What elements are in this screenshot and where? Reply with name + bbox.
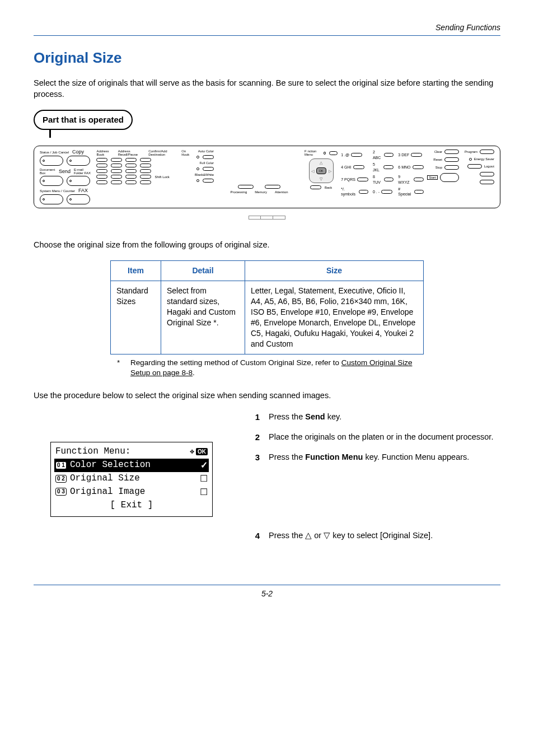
autocolor-button[interactable]: [203, 155, 214, 159]
onetouch-button[interactable]: [111, 169, 122, 173]
onetouch-button[interactable]: [140, 180, 151, 184]
onetouch-button[interactable]: [111, 180, 122, 184]
key-4: 4 GHI: [341, 165, 351, 170]
label-send: Send: [59, 169, 71, 174]
step-text: Press the: [269, 452, 305, 461]
onetouch-button[interactable]: [96, 158, 107, 162]
numkey-hash[interactable]: [414, 190, 424, 194]
label-stop: Stop: [435, 166, 442, 169]
step-num: 4: [252, 530, 260, 542]
key-6: 6 MNO: [398, 165, 410, 170]
led-fullcolor: [196, 167, 199, 170]
step-bold: Send: [305, 412, 325, 421]
right-select-button[interactable]: [265, 185, 280, 189]
onetouch-button[interactable]: [125, 180, 137, 184]
send-button[interactable]: [67, 176, 90, 186]
footnote: * Regarding the setting method of Custom…: [110, 358, 424, 378]
onetouch-button[interactable]: [140, 164, 151, 167]
led-autocolor: [196, 156, 199, 158]
copy-button[interactable]: [67, 156, 90, 166]
numkey-0[interactable]: [381, 190, 392, 194]
step-num: 1: [252, 412, 260, 423]
fullcolor-button[interactable]: [203, 167, 214, 171]
onetouch-button[interactable]: [125, 169, 137, 173]
numkey-star[interactable]: [359, 190, 368, 194]
check-icon: ✓: [200, 459, 208, 472]
lcd-label-2: Original Size: [70, 473, 196, 485]
status-button[interactable]: [40, 156, 63, 166]
program-button[interactable]: [480, 150, 494, 154]
start-button[interactable]: [440, 173, 459, 182]
square-icon: ☐: [200, 486, 208, 498]
left-select-button[interactable]: [238, 185, 254, 189]
sysmenu-button[interactable]: [40, 194, 63, 204]
td-size: Letter, Legal, Statement, Executive, Ofi…: [245, 281, 424, 354]
back-button[interactable]: [310, 185, 321, 189]
label-status: Status / Job Cancel: [40, 151, 69, 154]
numkey-3[interactable]: [411, 153, 422, 157]
key-hash: # Special: [398, 186, 412, 197]
power-led: [469, 158, 472, 161]
ok-button[interactable]: OK: [316, 167, 326, 174]
lcd-row-3[interactable]: 0 3 Original Image ☐: [54, 486, 209, 499]
logout-button[interactable]: [480, 172, 494, 176]
down-triangle-icon: ▽: [324, 531, 330, 540]
numkey-6[interactable]: [413, 165, 424, 169]
onetouch-button[interactable]: [96, 180, 107, 184]
bw-button[interactable]: [203, 179, 214, 183]
extra-button[interactable]: [480, 180, 494, 184]
fax-button[interactable]: [67, 194, 90, 204]
label-memory: Memory: [255, 190, 267, 194]
onetouch-button[interactable]: [96, 169, 107, 173]
onetouch-button[interactable]: [125, 158, 137, 162]
label-addrbook: Address Book: [96, 150, 112, 156]
energy-button[interactable]: [467, 164, 482, 169]
label-logout: Logout: [484, 165, 494, 168]
after-panel-text: Choose the original size from the follow…: [34, 240, 500, 251]
numkey-4[interactable]: [353, 165, 364, 169]
onetouch-button[interactable]: [96, 164, 107, 167]
onetouch-button[interactable]: [96, 175, 107, 179]
key-7: 7 PQRS: [341, 177, 355, 182]
label-reset: Reset: [433, 158, 442, 161]
step-text: key. Function Menu appears.: [363, 452, 469, 461]
onetouch-button[interactable]: [111, 158, 122, 162]
function-menu-button[interactable]: [329, 151, 338, 155]
step-text: key.: [325, 412, 342, 421]
label-shift: Shift Lock: [154, 175, 169, 179]
label-recall: Address Recall/Pause: [118, 150, 143, 156]
page-number: 5-2: [34, 589, 500, 599]
lcd-row-1[interactable]: 0 1 Color Selection ✓: [54, 459, 209, 472]
numpad: 1 .@ 2 ABC 3 DEF 4 GHI 5 JKL 6 MNO 7 PQR…: [341, 150, 424, 197]
onetouch-button[interactable]: [140, 175, 151, 179]
label-confirm: Confirm/Add Destination: [148, 150, 176, 156]
numkey-8[interactable]: [384, 178, 394, 181]
reset-button[interactable]: [444, 157, 459, 162]
onetouch-button[interactable]: [125, 175, 137, 179]
label-copy: Copy: [72, 150, 84, 155]
label-onhook: On Hook: [181, 150, 191, 156]
step-2: 2 Place the originals on the platen or i…: [252, 432, 500, 443]
onetouch-button[interactable]: [140, 169, 151, 173]
onetouch-button[interactable]: [140, 158, 151, 162]
numkey-9[interactable]: [414, 178, 424, 181]
stop-button[interactable]: [444, 165, 459, 170]
step-num: 2: [252, 432, 260, 443]
onetouch-button[interactable]: [111, 175, 122, 179]
onetouch-button[interactable]: [111, 164, 122, 167]
numkey-7[interactable]: [357, 178, 368, 181]
numkey-5[interactable]: [383, 165, 394, 169]
lcd-num-2: 0 2: [55, 475, 67, 483]
lcd-exit[interactable]: [ Exit ]: [54, 498, 209, 512]
label-fax: FAX: [78, 188, 88, 193]
onetouch-button[interactable]: [125, 164, 137, 167]
dpad[interactable]: △▽ ◁▷ OK: [309, 158, 334, 183]
docbox-button[interactable]: [40, 176, 63, 186]
numkey-1[interactable]: [351, 153, 362, 157]
clear-button[interactable]: [444, 150, 459, 154]
footnote-tail: .: [193, 368, 195, 377]
up-triangle-icon: △: [305, 531, 312, 540]
lcd-row-2[interactable]: 0 2 Original Size ☐: [54, 472, 209, 486]
label-energy: Energy Saver: [474, 157, 494, 161]
numkey-2[interactable]: [384, 153, 394, 157]
